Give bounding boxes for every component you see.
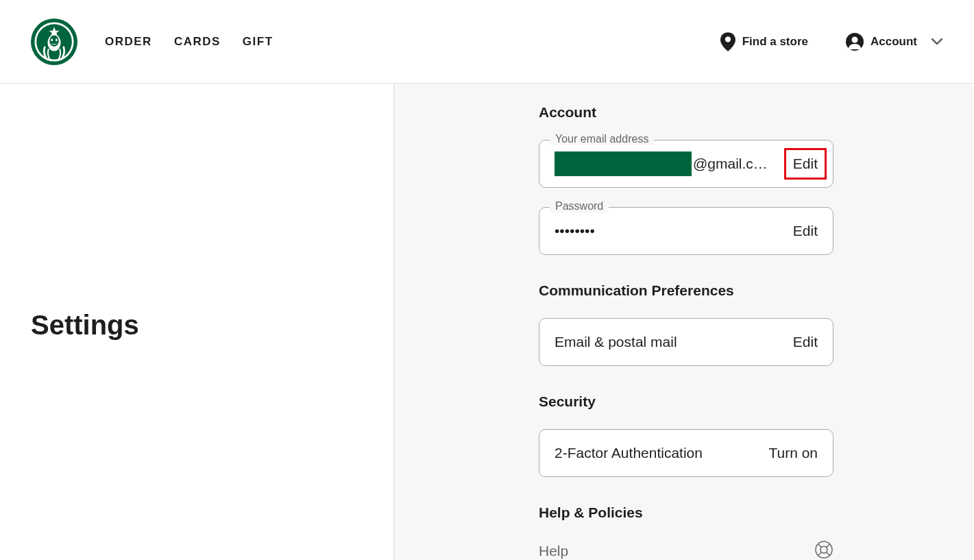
email-field-group: Your email address @gmail.c… Edit	[539, 140, 833, 188]
account-menu[interactable]: Account	[846, 33, 943, 51]
password-field-group: Password •••••••• Edit	[539, 207, 833, 255]
email-edit-button[interactable]: Edit	[784, 148, 827, 180]
svg-line-15	[827, 552, 830, 556]
location-pin-icon	[720, 32, 735, 51]
find-store-label: Find a store	[742, 35, 808, 49]
svg-point-5	[51, 38, 53, 41]
password-edit-button[interactable]: Edit	[793, 223, 818, 239]
nav-cards[interactable]: CARDS	[174, 35, 221, 49]
nav-links: ORDER CARDS GIFT	[105, 35, 273, 49]
security-2fa-label: 2-Factor Authentication	[555, 445, 703, 461]
comm-label: Email & postal mail	[555, 334, 677, 350]
nav-gift[interactable]: GIFT	[243, 35, 273, 49]
settings-content: Account Your email address @gmail.c… Edi…	[395, 84, 974, 560]
main-header: ORDER CARDS GIFT Find a store A	[0, 0, 974, 84]
main-area: Settings Account Your email address @gma…	[0, 84, 974, 560]
account-section-title: Account	[539, 104, 974, 121]
page-title: Settings	[31, 310, 363, 341]
nav-order[interactable]: ORDER	[105, 35, 152, 49]
security-2fa-turnon-button[interactable]: Turn on	[768, 445, 818, 461]
comm-edit-button[interactable]: Edit	[793, 334, 818, 350]
help-row[interactable]: Help	[539, 540, 833, 560]
security-2fa-row: 2-Factor Authentication Turn on	[539, 429, 833, 477]
svg-line-12	[818, 544, 822, 548]
svg-point-6	[56, 38, 58, 41]
chevron-down-icon	[931, 36, 943, 48]
starbucks-logo[interactable]	[31, 19, 77, 65]
svg-point-9	[852, 36, 858, 42]
email-redacted-block	[555, 151, 692, 176]
header-right: Find a store Account	[720, 32, 943, 51]
account-label: Account	[870, 35, 917, 49]
security-section-title: Security	[539, 393, 974, 410]
find-store-link[interactable]: Find a store	[720, 32, 808, 51]
svg-line-13	[827, 544, 830, 548]
comm-preferences-row: Email & postal mail Edit	[539, 318, 833, 366]
password-value: ••••••••	[555, 223, 595, 239]
password-field-box: •••••••• Edit	[539, 207, 833, 255]
email-field-box: @gmail.c… Edit	[539, 140, 833, 188]
sidebar: Settings	[0, 84, 395, 560]
lifebuoy-icon	[814, 540, 833, 560]
password-field-label: Password	[550, 200, 609, 212]
help-section-title: Help & Policies	[539, 504, 974, 521]
help-label: Help	[539, 543, 568, 559]
comm-section-title: Communication Preferences	[539, 282, 974, 299]
account-icon	[846, 33, 864, 51]
email-field-label: Your email address	[550, 133, 654, 145]
svg-point-7	[725, 36, 731, 42]
svg-line-14	[818, 552, 822, 556]
header-left: ORDER CARDS GIFT	[31, 19, 273, 65]
email-suffix: @gmail.c…	[693, 156, 768, 172]
email-value: @gmail.c…	[555, 151, 768, 176]
